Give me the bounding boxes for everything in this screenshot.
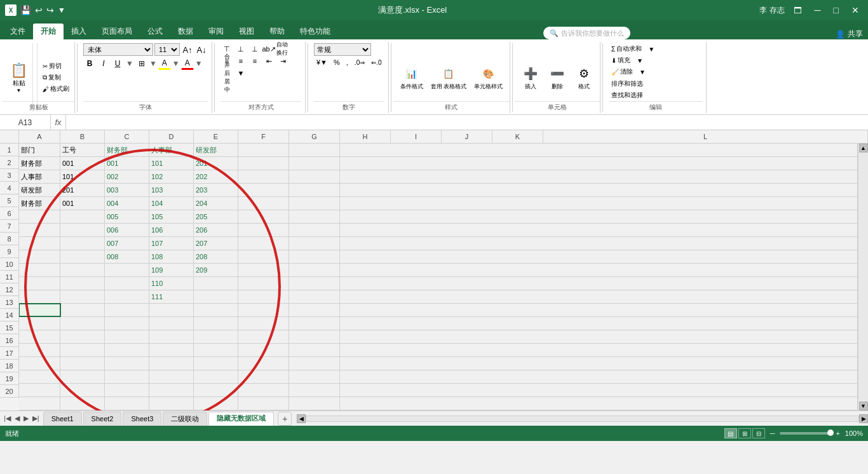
cell-b7[interactable] (60, 224, 105, 236)
quick-save-btn[interactable]: 💾 (20, 5, 31, 15)
cell-c11[interactable] (105, 277, 149, 290)
vertical-scrollbar[interactable]: ▲ ▼ (858, 144, 868, 410)
decimal-decrease-btn[interactable]: ⇐.0 (369, 58, 384, 67)
currency-btn[interactable]: ¥▼ (314, 57, 330, 67)
cell-e2[interactable]: 201 (194, 157, 238, 170)
cell-a11[interactable] (19, 277, 60, 290)
scroll-left-btn[interactable]: ◀ (297, 414, 306, 423)
ribbon-collapse-btn[interactable]: 🗖 (790, 6, 806, 15)
cell-g9[interactable] (289, 250, 340, 263)
maximize-btn[interactable]: □ (830, 5, 843, 15)
formula-insert-btn[interactable]: fx (51, 115, 66, 130)
fill-color-button[interactable]: A (158, 57, 171, 70)
cell-c1[interactable]: 财务部 (105, 144, 149, 156)
cell-a2[interactable]: 财务部 (19, 157, 60, 170)
cell-a12[interactable] (19, 290, 60, 303)
search-box[interactable]: 告诉我你想要做什么 (561, 29, 624, 38)
font-name-select[interactable]: 未体 (83, 43, 153, 56)
cell-e6[interactable]: 205 (194, 210, 238, 223)
col-header-h[interactable]: H (340, 130, 391, 143)
cell-a7[interactable] (19, 224, 60, 236)
wrap-text-btn[interactable]: 自动换行 (276, 43, 289, 55)
col-header-g[interactable]: G (289, 130, 340, 143)
sheet-tab-hide-data[interactable]: 隐藏无数据区域 (208, 412, 274, 426)
cell-a6[interactable] (19, 210, 60, 223)
comma-btn[interactable]: , (344, 57, 351, 67)
zoom-slider[interactable] (780, 432, 831, 435)
row-num-7[interactable]: 7 (0, 220, 19, 233)
autosum-dropdown[interactable]: ▼ (646, 45, 657, 53)
page-layout-view-btn[interactable]: ⊞ (738, 428, 751, 438)
tab-page-layout[interactable]: 页面布局 (94, 24, 140, 39)
cell-c6[interactable]: 005 (105, 210, 149, 223)
tab-data[interactable]: 数据 (170, 24, 201, 39)
row-num-8[interactable]: 8 (0, 233, 19, 245)
cell-d10[interactable]: 109 (149, 264, 194, 276)
row-num-13[interactable]: 13 (0, 296, 19, 309)
cell-h2[interactable] (340, 157, 858, 170)
cell-b4[interactable]: 201 (60, 184, 105, 196)
col-header-e[interactable]: E (194, 130, 238, 143)
cell-f9[interactable] (238, 250, 289, 263)
indent-increase-btn[interactable]: ⇥ (276, 55, 289, 67)
tab-review[interactable]: 审阅 (201, 24, 231, 39)
cell-d6[interactable]: 105 (149, 210, 194, 223)
cell-b5[interactable]: 001 (60, 197, 105, 210)
cell-d13[interactable] (149, 304, 194, 316)
close-btn[interactable]: ✕ (848, 5, 863, 15)
cell-a13[interactable] (19, 304, 60, 316)
cell-f7[interactable] (238, 224, 289, 236)
row-num-1[interactable]: 1 (0, 144, 19, 156)
col-header-f[interactable]: F (238, 130, 289, 143)
cell-e10[interactable]: 209 (194, 264, 238, 276)
merge-center-btn[interactable]: 合并后居中 (220, 67, 233, 79)
cut-button[interactable]: ✂剪切 (40, 61, 72, 71)
text-angle-btn[interactable]: ab↗ (262, 43, 275, 55)
col-header-c[interactable]: C (105, 130, 149, 143)
cell-d1[interactable]: 人事部 (149, 144, 194, 156)
cell-g3[interactable] (289, 170, 340, 183)
cell-b3[interactable]: 101 (60, 170, 105, 183)
share-btn[interactable]: 👤 (836, 30, 845, 39)
cell-c8[interactable]: 007 (105, 237, 149, 250)
align-bottom-btn[interactable]: ⊥ (248, 43, 261, 55)
cell-e11[interactable] (194, 277, 238, 290)
cell-h10[interactable] (340, 264, 858, 276)
cell-f2[interactable] (238, 157, 289, 170)
cell-b1[interactable]: 工号 (60, 144, 105, 156)
cell-g7[interactable] (289, 224, 340, 236)
cell-style-btn[interactable]: 🎨 单元格样式 (471, 63, 506, 93)
page-break-view-btn[interactable]: ⊟ (752, 428, 765, 438)
cell-b2[interactable]: 001 (60, 157, 105, 170)
cell-h8[interactable] (340, 237, 858, 250)
decimal-increase-btn[interactable]: .0⇒ (352, 58, 367, 67)
cell-e12[interactable] (194, 290, 238, 303)
scroll-up-btn[interactable]: ▲ (859, 144, 868, 152)
horizontal-scrollbar[interactable]: ◀ ▶ (297, 414, 868, 423)
font-color-button[interactable]: A (181, 57, 194, 70)
row-num-10[interactable]: 10 (0, 258, 19, 271)
scroll-down-btn[interactable]: ▼ (859, 402, 868, 410)
cell-d3[interactable]: 102 (149, 170, 194, 183)
row-num-17[interactable]: 17 (0, 347, 19, 360)
zoom-slider-thumb[interactable] (827, 430, 834, 436)
underline-button[interactable]: U (111, 57, 124, 70)
quick-access-more[interactable]: ▼ (58, 6, 65, 15)
tab-home[interactable]: 开始 (33, 24, 64, 39)
col-header-a[interactable]: A (19, 130, 60, 143)
cell-d5[interactable]: 104 (149, 197, 194, 210)
add-sheet-btn[interactable]: + (278, 412, 292, 426)
cell-b11[interactable] (60, 277, 105, 290)
font-color-dropdown[interactable]: ▼ (195, 59, 203, 68)
cell-f11[interactable] (238, 277, 289, 290)
sort-filter-btn[interactable]: 排序和筛选 (609, 79, 646, 89)
cell-h12[interactable] (340, 290, 858, 303)
share-label[interactable]: 共享 (848, 29, 863, 39)
cell-c7[interactable]: 006 (105, 224, 149, 236)
cell-e4[interactable]: 203 (194, 184, 238, 196)
cell-e3[interactable]: 202 (194, 170, 238, 183)
cell-b10[interactable] (60, 264, 105, 276)
percent-btn[interactable]: % (331, 57, 342, 67)
row-num-11[interactable]: 11 (0, 271, 19, 283)
delete-cell-btn[interactable]: ➖ 删除 (545, 63, 569, 93)
